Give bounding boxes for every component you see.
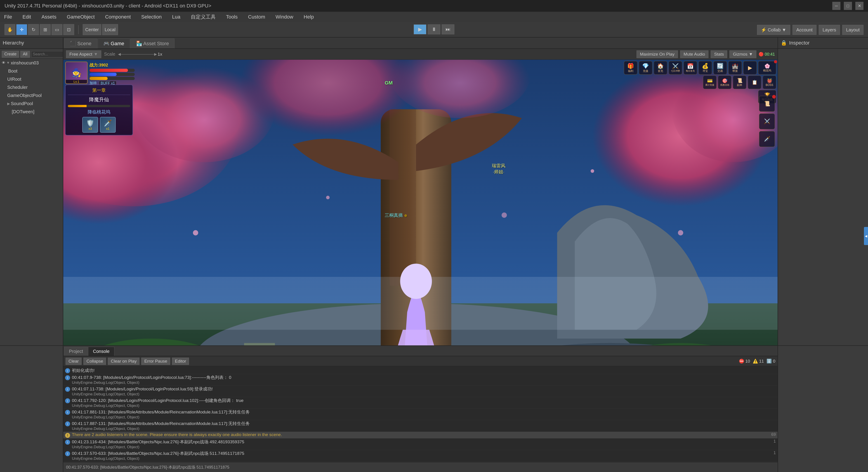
eye-icon: 👁	[2, 61, 5, 65]
top-right-toolbar: ⚡ Collab ▼ Account Layers Layout	[757, 22, 864, 37]
hierarchy-item-scheduler[interactable]: Scheduler	[0, 83, 63, 91]
console-text-6: There are 2 audio listeners in the scene…	[72, 432, 767, 437]
scale-value: 1x	[158, 52, 162, 57]
separator-1	[78, 25, 79, 34]
mute-audio-btn[interactable]: Mute Audio	[680, 51, 708, 58]
console-toolbar: Clear Collapse Clear on Play Error Pause…	[63, 356, 778, 366]
svg-point-16	[502, 213, 507, 218]
space-btn[interactable]: Local	[102, 24, 118, 35]
menu-tools[interactable]: Tools	[224, 13, 239, 21]
hierarchy-label-uiroot: UIRoot	[7, 76, 21, 82]
editor-button[interactable]: Editor	[172, 357, 189, 365]
pause-button[interactable]: ⏸	[428, 24, 440, 34]
error-pause-button[interactable]: Error Pause	[141, 357, 170, 365]
console-line-0[interactable]: i 初始化成功!	[63, 367, 778, 374]
layout-button[interactable]: Layout	[842, 25, 864, 35]
window-controls: ─ □ ✕	[832, 2, 864, 10]
gizmos-btn[interactable]: Gizmos ▼	[730, 51, 756, 58]
hierarchy-label-dotween: [DOTween]	[12, 109, 34, 115]
console-info-icon-2: i	[65, 387, 70, 392]
menu-component[interactable]: Component	[103, 13, 133, 21]
menu-gameobject[interactable]: GameObject	[65, 13, 96, 21]
console-info-icon-3: i	[65, 398, 70, 403]
inspector-header: 🔒 Inspector	[778, 37, 868, 49]
menu-window[interactable]: Window	[274, 13, 295, 21]
console-text-4: 00:41:17.881-131: [Modules/RoleAttribute…	[72, 409, 250, 419]
tab-scene[interactable]: ⬛ Scene	[64, 38, 97, 49]
info-count: ℹ️ 0	[767, 358, 775, 364]
console-line-3[interactable]: i 00:41:17.792-120: [Modules/Login/Proto…	[63, 397, 778, 409]
transform-tool[interactable]: ⊡	[63, 24, 74, 35]
hierarchy-item-boot[interactable]: Boot	[0, 67, 63, 75]
hierarchy-header: Hierarchy	[0, 37, 63, 49]
svg-point-21	[400, 263, 432, 299]
warn-count-value: 11	[759, 359, 764, 364]
menu-assets[interactable]: Assets	[39, 13, 58, 21]
clear-button[interactable]: Clear	[66, 357, 82, 365]
move-tool[interactable]: ✛	[16, 24, 27, 35]
layers-button[interactable]: Layers	[819, 25, 840, 35]
right-edge-tab[interactable]: ◀	[864, 227, 868, 245]
console-line-6[interactable]: ! There are 2 audio listeners in the sce…	[63, 432, 778, 439]
menu-edit[interactable]: Edit	[21, 13, 33, 21]
lock-icon: 🔒	[781, 40, 787, 46]
console-count-7: 1	[769, 439, 776, 444]
menu-selection[interactable]: Selection	[140, 13, 164, 21]
all-button[interactable]: All	[20, 51, 30, 58]
console-counts: ⛔ 10 ⚠️ 11 ℹ️ 0	[739, 358, 775, 364]
hierarchy-item-uiroot[interactable]: UIRoot	[0, 75, 63, 83]
collab-button[interactable]: ⚡ Collab ▼	[757, 25, 790, 35]
tab-project[interactable]: Project	[64, 347, 88, 356]
hand-tool[interactable]: ✋	[4, 24, 16, 35]
game-toolbar-right: Maximize On Play Mute Audio Stats Gizmos…	[637, 51, 775, 58]
console-info-icon-5: i	[65, 421, 70, 426]
console-line-2[interactable]: i 00:41:07.11-738: [Modules/Login/Protoc…	[63, 386, 778, 397]
play-button[interactable]: ▶	[414, 24, 426, 34]
create-button[interactable]: Create	[2, 51, 19, 58]
hierarchy-toolbar: Create All	[0, 50, 63, 59]
tab-asset-store[interactable]: 🏪 Asset Store	[130, 38, 175, 49]
svg-point-18	[678, 230, 683, 235]
hierarchy-item-xinshoucun03[interactable]: 👁 ▼ xinshoucun03	[0, 59, 63, 67]
scale-tool[interactable]: ⊞	[40, 24, 51, 35]
inspector-title: Inspector	[789, 40, 810, 46]
menu-help[interactable]: Help	[302, 13, 315, 21]
clear-on-play-button[interactable]: Clear on Play	[108, 357, 140, 365]
console-line-5[interactable]: i 00:41:17.887-131: [Modules/RoleAttribu…	[63, 420, 778, 432]
hierarchy-item-gameobjectpool[interactable]: GameObjectPool	[0, 91, 63, 99]
console-line-7[interactable]: i 00:41:23.116-434: [Modules/Battle/Obje…	[63, 439, 778, 450]
console-text-2: 00:41:07.11-738: [Modules/Login/Protocol…	[72, 386, 213, 397]
tabs-bar: ⬛ Scene 🎮 Game 🏪 Asset Store	[63, 37, 778, 49]
step-button[interactable]: ⏭	[442, 24, 454, 34]
console-line-1[interactable]: i 00:41:07.9-738: [Modules/Login/Protoco…	[63, 374, 778, 386]
tab-game[interactable]: 🎮 Game	[98, 38, 130, 49]
menu-custom[interactable]: Custom	[246, 13, 267, 21]
stats-btn[interactable]: Stats	[711, 51, 727, 58]
inspector-bottom-panel	[778, 345, 868, 472]
maximize-on-play-btn[interactable]: Maximize On Play	[637, 51, 678, 58]
maximize-button[interactable]: □	[844, 2, 852, 10]
menu-file[interactable]: File	[2, 13, 14, 21]
menu-custom-tools[interactable]: 自定义工具	[189, 13, 217, 21]
hierarchy-item-dotween[interactable]: [DOTween]	[0, 107, 63, 116]
hierarchy-item-soundpool[interactable]: ▶ SoundPool	[0, 99, 63, 107]
hierarchy-label-scheduler: Scheduler	[7, 85, 28, 90]
console-text-5: 00:41:17.887-131: [Modules/RoleAttribute…	[72, 421, 250, 431]
close-button[interactable]: ✕	[855, 2, 864, 10]
console-line-4[interactable]: i 00:41:17.881-131: [Modules/RoleAttribu…	[63, 409, 778, 420]
hierarchy-search[interactable]	[31, 51, 63, 57]
aspect-btn[interactable]: Free Aspect ▼	[66, 51, 101, 58]
minimize-button[interactable]: ─	[832, 2, 840, 10]
pivot-btn[interactable]: Center	[83, 24, 101, 35]
account-button[interactable]: Account	[793, 25, 816, 35]
menu-lua[interactable]: Lua	[170, 13, 182, 21]
rotate-tool[interactable]: ↻	[28, 24, 39, 35]
rect-tool[interactable]: ▭	[52, 24, 62, 35]
collapse-button[interactable]: Collapse	[84, 357, 106, 365]
console-line-8[interactable]: i 00:41:37.570-633: [Modules/Battle/Obje…	[63, 450, 778, 462]
error-count: ⛔ 10	[739, 358, 750, 364]
scale-control: ◀─────────────▶ 1x	[118, 52, 162, 57]
right-edge-tab-label: ◀	[864, 234, 868, 238]
tab-console[interactable]: Console	[88, 347, 114, 356]
console-info-icon-8: i	[65, 451, 70, 456]
